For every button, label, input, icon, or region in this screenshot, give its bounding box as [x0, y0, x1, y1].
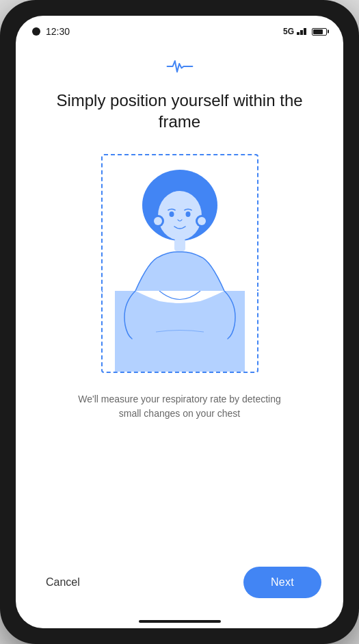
front-camera [32, 27, 40, 36]
svg-marker-2 [304, 28, 306, 35]
time-display: 12:30 [46, 26, 70, 37]
description-text: We'll measure your respiratory rate by d… [70, 392, 289, 421]
network-indicator: 5G [283, 27, 294, 36]
person-lower-illustration [115, 291, 245, 373]
bottom-bar: Cancel Next [16, 553, 343, 620]
page-title: Simply position yourself within the fram… [38, 90, 321, 132]
main-content: Simply position yourself within the fram… [16, 43, 343, 553]
battery-icon [312, 28, 327, 36]
svg-marker-0 [297, 32, 300, 35]
status-right: 5G [283, 27, 327, 36]
battery-fill [313, 29, 323, 34]
signal-icon [297, 27, 309, 36]
frame-top [101, 154, 258, 291]
svg-point-5 [169, 211, 174, 217]
svg-marker-1 [300, 30, 303, 35]
logo-icon [166, 57, 194, 79]
svg-point-6 [185, 211, 190, 217]
phone-screen: 12:30 5G [16, 16, 343, 628]
svg-point-4 [158, 191, 202, 240]
frame-bottom [101, 291, 258, 373]
phone-frame: 12:30 5G [0, 0, 359, 644]
illustration-container [38, 154, 321, 373]
svg-point-8 [154, 217, 162, 225]
person-upper-illustration [115, 154, 245, 291]
home-indicator [16, 620, 343, 628]
svg-point-10 [198, 217, 206, 225]
svg-rect-11 [174, 239, 185, 251]
status-bar: 12:30 5G [16, 16, 343, 43]
status-left: 12:30 [32, 26, 70, 37]
cancel-button[interactable]: Cancel [38, 571, 88, 594]
next-button[interactable]: Next [243, 567, 321, 598]
home-bar [139, 620, 221, 623]
heartbeat-icon [166, 57, 194, 76]
